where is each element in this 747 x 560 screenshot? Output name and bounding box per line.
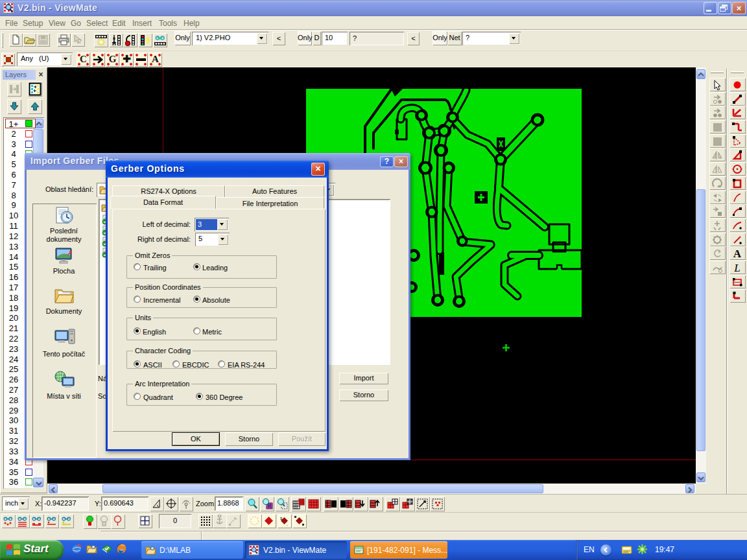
- svg-text:L: L: [733, 262, 740, 274]
- svg-text:?: ?: [78, 37, 82, 45]
- svg-text:s: s: [280, 516, 283, 520]
- svg-text:.: .: [287, 522, 288, 526]
- svg-text:A: A: [733, 248, 742, 260]
